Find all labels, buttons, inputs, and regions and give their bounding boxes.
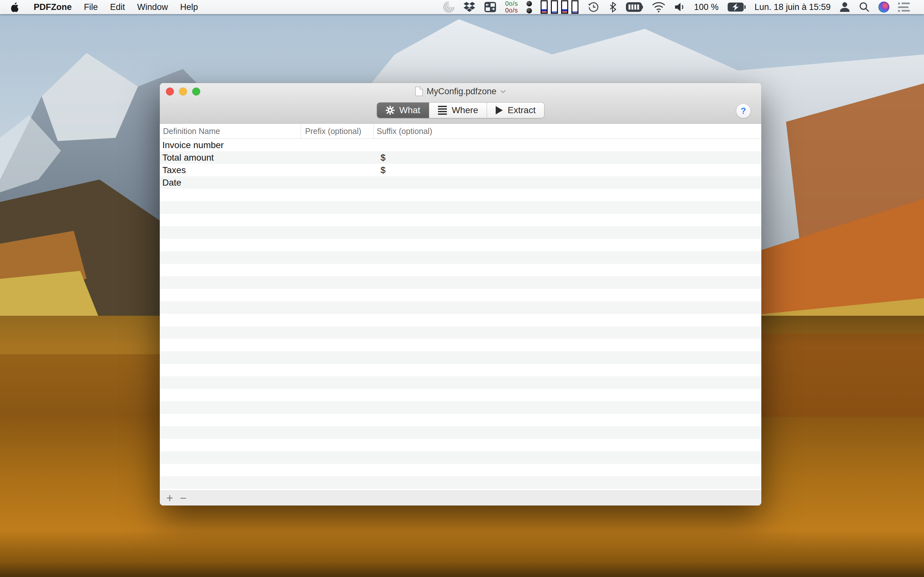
menu-item-help[interactable]: Help — [174, 2, 204, 12]
close-button[interactable] — [166, 87, 174, 95]
network-down-speed: 0o/s — [505, 0, 518, 7]
column-header-suffix[interactable]: Suffix (optional) — [374, 124, 761, 139]
empty-row — [160, 314, 761, 326]
dropbox-icon[interactable] — [463, 1, 475, 13]
bluetooth-icon[interactable] — [609, 1, 617, 13]
tab-what-label: What — [399, 105, 420, 115]
time-machine-icon[interactable] — [587, 1, 600, 13]
cell-name: Invoice number — [160, 140, 301, 150]
network-up-speed: 0o/s — [505, 7, 518, 14]
tab-what[interactable]: What — [377, 103, 429, 118]
menu-item-file[interactable]: File — [78, 2, 104, 12]
menu-dots-icon[interactable] — [527, 1, 532, 13]
empty-row — [160, 239, 761, 251]
tab-extract[interactable]: Extract — [487, 103, 544, 118]
menu-bar-clock[interactable]: Lun. 18 juin à 15:59 — [754, 2, 830, 12]
empty-row — [160, 289, 761, 301]
empty-row — [160, 401, 761, 414]
empty-row — [160, 326, 761, 339]
empty-row — [160, 376, 761, 389]
tab-where-label: Where — [452, 105, 478, 115]
menu-item-edit[interactable]: Edit — [104, 2, 131, 12]
traffic-lights — [166, 87, 200, 95]
table-header: Definition Name Prefix (optional) Suffix… — [160, 124, 761, 139]
wifi-icon[interactable] — [652, 2, 666, 13]
view-segmented-control: What Where Extract — [376, 102, 545, 118]
cell-suffix: $ — [374, 153, 761, 163]
desktop: PDFZone File Edit Window Help — [0, 0, 924, 577]
empty-row — [160, 364, 761, 376]
cell-name: Total amount — [160, 153, 301, 163]
network-speed-indicator[interactable]: 0o/s 0o/s — [505, 0, 518, 14]
cell-suffix: $ — [374, 165, 761, 175]
empty-row — [160, 464, 761, 476]
gear-icon — [386, 106, 395, 115]
menu-bar-status: 0o/s 0o/s — [443, 0, 924, 14]
play-icon — [496, 106, 503, 114]
apple-menu[interactable] — [9, 2, 27, 12]
volume-icon[interactable] — [674, 2, 685, 12]
notification-center-icon[interactable] — [898, 3, 910, 12]
battery-charging-icon[interactable] — [727, 2, 746, 12]
empty-row — [160, 439, 761, 451]
help-label: ? — [741, 106, 746, 116]
tab-where[interactable]: Where — [429, 103, 487, 118]
document-icon[interactable] — [415, 87, 423, 96]
add-row-button[interactable]: + — [163, 492, 176, 505]
empty-row — [160, 476, 761, 489]
window-manager-icon[interactable] — [484, 2, 496, 13]
empty-row — [160, 189, 761, 201]
table-row[interactable]: Taxes$ — [160, 164, 761, 176]
column-header-definition-name[interactable]: Definition Name — [160, 124, 301, 139]
table-row[interactable]: Total amount$ — [160, 151, 761, 164]
pdfzone-window: MyConfig.pdfzone — [160, 83, 761, 506]
window-chrome: MyConfig.pdfzone — [160, 83, 761, 124]
title-bar[interactable]: MyConfig.pdfzone — [160, 83, 761, 100]
minimize-button[interactable] — [179, 87, 187, 95]
stat-gauges-icon[interactable] — [541, 0, 578, 14]
table-footer: + − — [160, 490, 761, 506]
cell-name: Date — [160, 177, 301, 188]
menu-item-window[interactable]: Window — [131, 2, 174, 12]
menu-bar: PDFZone File Edit Window Help — [0, 0, 924, 14]
spiral-icon[interactable] — [443, 1, 455, 13]
empty-row — [160, 226, 761, 239]
window-title: MyConfig.pdfzone — [427, 87, 497, 97]
empty-row — [160, 426, 761, 439]
empty-row — [160, 214, 761, 226]
remove-row-button[interactable]: − — [176, 492, 190, 505]
empty-row — [160, 389, 761, 401]
help-button[interactable]: ? — [736, 103, 751, 118]
column-header-prefix[interactable]: Prefix (optional) — [301, 124, 374, 139]
empty-row — [160, 351, 761, 364]
empty-row — [160, 339, 761, 351]
lines-icon — [438, 106, 447, 115]
chevron-down-icon[interactable] — [500, 90, 506, 93]
user-icon[interactable] — [839, 2, 850, 13]
cell-name: Taxes — [160, 165, 301, 175]
empty-row — [160, 276, 761, 289]
search-icon[interactable] — [859, 2, 870, 13]
menu-item-appname[interactable]: PDFZone — [27, 2, 78, 12]
empty-row — [160, 301, 761, 314]
tab-extract-label: Extract — [507, 105, 535, 115]
table-body: Invoice numberTotal amount$Taxes$Date — [160, 139, 761, 490]
empty-row — [160, 414, 761, 426]
empty-row — [160, 201, 761, 214]
empty-row — [160, 451, 761, 464]
empty-row — [160, 251, 761, 264]
battery-percent: 100 % — [694, 2, 719, 12]
zoom-button[interactable] — [192, 87, 200, 95]
table-row[interactable]: Date — [160, 176, 761, 189]
toolbar: What Where Extract — [160, 100, 761, 123]
menu-bar-left: PDFZone File Edit Window Help — [0, 2, 204, 12]
empty-row — [160, 264, 761, 276]
battery-gauge-icon[interactable] — [626, 2, 643, 12]
apple-icon — [11, 2, 19, 12]
table-row[interactable]: Invoice number — [160, 139, 761, 151]
siri-icon[interactable] — [879, 2, 889, 13]
